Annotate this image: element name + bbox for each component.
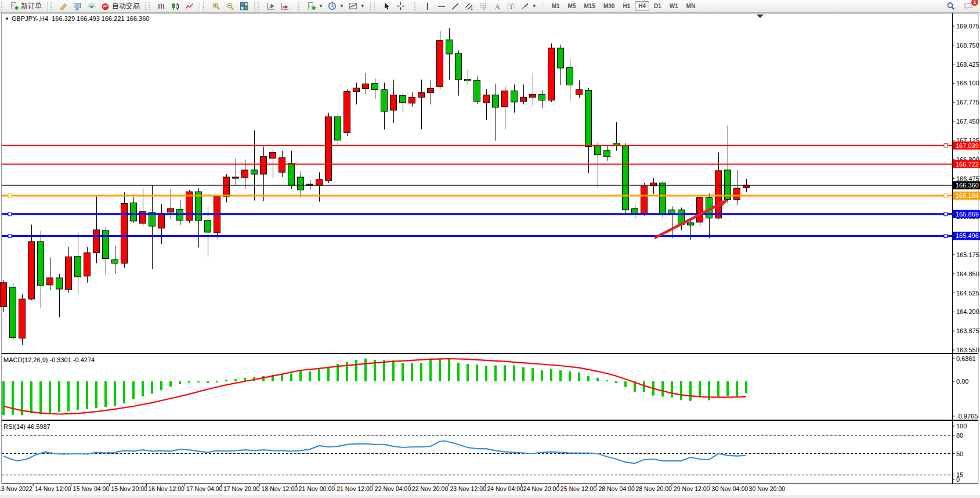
timeframe-m1-button[interactable]: M1	[548, 1, 563, 11]
timeframe-m30-button[interactable]: M30	[600, 1, 618, 11]
text-icon: A	[493, 2, 502, 11]
fibonacci-button[interactable]: F	[476, 1, 490, 12]
candle	[93, 230, 100, 252]
macd-histogram-bar	[494, 365, 497, 381]
search-button[interactable]	[944, 1, 958, 12]
zoom-in-button[interactable]	[209, 1, 223, 12]
macd-axis-label: 0.00	[956, 378, 968, 385]
macd-histogram-bar	[745, 381, 747, 393]
candle	[558, 48, 564, 68]
date-tick-label: 28 Nov 04:00	[598, 485, 635, 492]
macd-histogram-bar	[364, 359, 367, 381]
timeframe-d1-button[interactable]: D1	[650, 1, 665, 11]
cursor-button[interactable]	[380, 1, 394, 12]
date-axis[interactable]: 13 Nov 202214 Nov 12:0015 Nov 04:0015 No…	[0, 484, 785, 492]
auto-scroll-button[interactable]	[264, 1, 278, 12]
line-chart-button[interactable]	[183, 1, 197, 12]
dropdown-caret-icon: ▼	[360, 3, 365, 9]
text-label-button[interactable]: T	[504, 1, 518, 12]
candle	[623, 146, 629, 210]
market-watch-button[interactable]	[71, 1, 85, 12]
macd-histogram-bar	[355, 360, 357, 381]
toolbar-separator	[411, 2, 411, 11]
timeframe-h1-button[interactable]: H1	[619, 1, 634, 11]
vertical-line-button[interactable]	[421, 1, 435, 12]
line-handle[interactable]	[944, 212, 948, 216]
notifications-button[interactable]: 1	[961, 1, 975, 12]
candle	[455, 53, 462, 80]
candle	[335, 117, 341, 140]
crosshair-button[interactable]	[394, 1, 408, 12]
date-tick-label: 16 Nov 12:00	[148, 485, 185, 492]
bar-chart-button[interactable]	[155, 1, 169, 12]
symbol-name: GBPJPY-,H4	[12, 15, 48, 22]
candle	[483, 95, 490, 103]
autotrade-button[interactable]: 自动交易	[99, 0, 142, 12]
macd-histogram-bar	[281, 374, 283, 381]
macd-histogram-bar	[197, 381, 200, 382]
tile-windows-button[interactable]	[237, 1, 251, 12]
zoom-out-icon	[226, 2, 235, 11]
date-tick-label: 15 Nov 20:00	[111, 485, 147, 492]
arrow-objects-button[interactable]: ▼	[518, 1, 539, 12]
line-handle[interactable]	[8, 234, 12, 237]
chart-shift-button[interactable]	[278, 1, 292, 12]
dropdown-caret-icon: ▼	[532, 3, 537, 9]
macd-histogram-bar	[67, 381, 70, 412]
price-tick-label: 167.775	[956, 99, 979, 106]
line-handle[interactable]	[944, 144, 948, 147]
line-handle[interactable]	[8, 194, 12, 197]
macd-histogram-bar	[559, 370, 562, 381]
price-badge-label: 166.184	[956, 192, 979, 199]
timeframe-mn-button[interactable]: MN	[683, 1, 699, 11]
timeframe-w1-button[interactable]: W1	[666, 1, 682, 11]
clock-icon	[328, 2, 337, 11]
candlestick-chart-button[interactable]	[169, 1, 183, 12]
chart-window[interactable]: 169.075168.750168.425168.100167.775167.4…	[0, 13, 980, 495]
candle	[363, 84, 369, 88]
toolbar-separator	[542, 2, 543, 11]
trendline-button[interactable]	[449, 1, 462, 12]
timeframe-h4-button[interactable]: H4	[635, 1, 649, 11]
macd-histogram-bar	[578, 373, 580, 381]
hline-icon	[437, 2, 446, 11]
channel-icon: E	[465, 2, 474, 11]
macd-histogram-bar	[671, 381, 673, 398]
toolbar-grip	[374, 2, 378, 10]
symbol-title[interactable]: ▼GBPJPY-,H4 166.329 166.493 166.221 166.…	[5, 15, 149, 22]
periods-button[interactable]: ▼	[326, 1, 346, 12]
text-button[interactable]: A	[490, 1, 504, 12]
zoom-out-button[interactable]	[223, 1, 237, 12]
templates-button[interactable]: ▼	[346, 1, 367, 12]
new-order-button[interactable]: 新订单	[8, 0, 44, 12]
equidistant-channel-button[interactable]: E	[462, 1, 476, 12]
macd-histogram-bar	[550, 369, 552, 381]
macd-histogram-bar	[624, 381, 627, 387]
date-tick-label: 30 Nov 04:00	[712, 485, 748, 492]
macd-axis-label: -0.9765	[956, 413, 978, 420]
timeframe-m5-button[interactable]: M5	[565, 1, 580, 11]
line-handle[interactable]	[944, 194, 948, 197]
macd-histogram-bar	[643, 381, 645, 392]
signals-button[interactable]	[85, 1, 99, 12]
auto-scroll-icon	[266, 2, 276, 11]
line-handle[interactable]	[8, 212, 12, 216]
styles-button[interactable]	[57, 1, 71, 12]
date-tick-label: 14 Nov 12:00	[35, 485, 71, 492]
candle	[279, 158, 285, 172]
candle	[158, 214, 165, 228]
macd-histogram-bar	[327, 367, 330, 381]
macd-histogram-bar	[531, 368, 534, 381]
candle	[344, 92, 350, 133]
macd-histogram-bar	[392, 360, 395, 381]
line-handle[interactable]	[944, 234, 948, 237]
timeframe-m15-button[interactable]: M15	[581, 1, 599, 11]
trendline-icon	[451, 2, 460, 11]
svg-text:T: T	[509, 3, 513, 9]
price-tick-label: 164.525	[956, 290, 979, 297]
candle	[520, 98, 527, 102]
vline-icon	[423, 2, 432, 11]
chart-canvas[interactable]: 169.075168.750168.425168.100167.775167.4…	[0, 13, 980, 495]
horizontal-line-button[interactable]	[435, 1, 449, 12]
new-chart-button[interactable]: ▼	[305, 1, 326, 12]
